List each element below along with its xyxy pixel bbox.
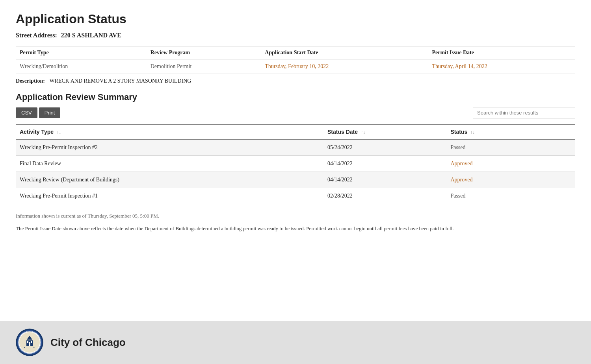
status-date-cell: 02/28/2022 xyxy=(323,188,446,204)
permit-issue-date-cell: Thursday, April 14, 2022 xyxy=(428,59,575,74)
page-title: Application Status xyxy=(16,12,575,26)
description-value: WRECK AND REMOVE A 2 STORY MASONRY BUILD… xyxy=(49,78,191,84)
description-row: Description: WRECK AND REMOVE A 2 STORY … xyxy=(16,78,575,84)
footer: ★ ★ City of Chicago xyxy=(0,321,591,364)
review-table-header-row: Activity Type ↑↓ Status Date ↑↓ Status ↑… xyxy=(16,124,575,139)
status-date-cell: 04/14/2022 xyxy=(323,156,446,172)
svg-rect-7 xyxy=(29,342,30,346)
status-cell: Approved xyxy=(446,172,575,188)
status-date-cell: 04/14/2022 xyxy=(323,172,446,188)
toolbar: CSV Print xyxy=(16,107,575,118)
table-row: Wrecking Pre-Permit Inspection #102/28/2… xyxy=(16,188,575,204)
status-cell: Passed xyxy=(446,188,575,204)
description-label: Description: xyxy=(16,78,45,84)
activity-type-cell: Wrecking Pre-Permit Inspection #1 xyxy=(16,188,323,204)
street-address: Street Address: 220 S ASHLAND AVE xyxy=(16,32,575,39)
search-input[interactable] xyxy=(473,107,575,118)
review-table-body: Wrecking Pre-Permit Inspection #205/24/2… xyxy=(16,139,575,204)
page-container: Application Status Street Address: 220 S… xyxy=(0,0,591,364)
status-cell: Approved xyxy=(446,156,575,172)
activity-type-cell: Wrecking Pre-Permit Inspection #2 xyxy=(16,139,323,156)
toolbar-left: CSV Print xyxy=(16,107,60,118)
footer-city-name: City of Chicago xyxy=(50,336,126,349)
print-button[interactable]: Print xyxy=(39,107,61,118)
permit-note-text: The Permit Issue Date shown above reflec… xyxy=(16,224,575,233)
review-table: Activity Type ↑↓ Status Date ↑↓ Status ↑… xyxy=(16,124,575,204)
app-start-date-cell: Thursday, February 10, 2022 xyxy=(261,59,428,74)
status-header: Status ↑↓ xyxy=(446,124,575,139)
status-date-cell: 05/24/2022 xyxy=(323,139,446,156)
activity-sort-icon[interactable]: ↑↓ xyxy=(57,130,61,135)
table-row: Wrecking Review (Department of Buildings… xyxy=(16,172,575,188)
activity-type-header: Activity Type ↑↓ xyxy=(16,124,323,139)
permit-row: Wrecking/Demolition Demolition Permit Th… xyxy=(16,59,575,74)
svg-rect-5 xyxy=(27,341,28,343)
permit-type-cell: Wrecking/Demolition xyxy=(16,59,147,74)
street-address-label: Street Address: xyxy=(16,32,57,39)
status-cell: Passed xyxy=(446,139,575,156)
statusdate-sort-icon[interactable]: ↑↓ xyxy=(361,130,365,135)
app-start-date-header: Application Start Date xyxy=(261,46,428,59)
svg-rect-6 xyxy=(31,341,32,343)
activity-type-cell: Final Data Review xyxy=(16,156,323,172)
activity-type-cell: Wrecking Review (Department of Buildings… xyxy=(16,172,323,188)
permit-type-header: Permit Type xyxy=(16,46,147,59)
status-date-header: Status Date ↑↓ xyxy=(323,124,446,139)
table-row: Final Data Review04/14/2022Approved xyxy=(16,156,575,172)
permit-issue-date-header: Permit Issue Date xyxy=(428,46,575,59)
city-seal: ★ ★ xyxy=(16,329,43,356)
street-address-value: 220 S ASHLAND AVE xyxy=(61,32,121,39)
table-row: Wrecking Pre-Permit Inspection #205/24/2… xyxy=(16,139,575,156)
current-as-of-text: Information shown is current as of Thurs… xyxy=(16,212,575,220)
review-program-cell: Demolition Permit xyxy=(147,59,261,74)
csv-button[interactable]: CSV xyxy=(16,107,37,118)
main-content: Application Status Street Address: 220 S… xyxy=(0,0,591,321)
review-program-header: Review Program xyxy=(147,46,261,59)
status-sort-icon[interactable]: ↑↓ xyxy=(470,130,475,135)
review-summary-title: Application Review Summary xyxy=(16,92,575,102)
permit-table: Permit Type Review Program Application S… xyxy=(16,46,575,74)
